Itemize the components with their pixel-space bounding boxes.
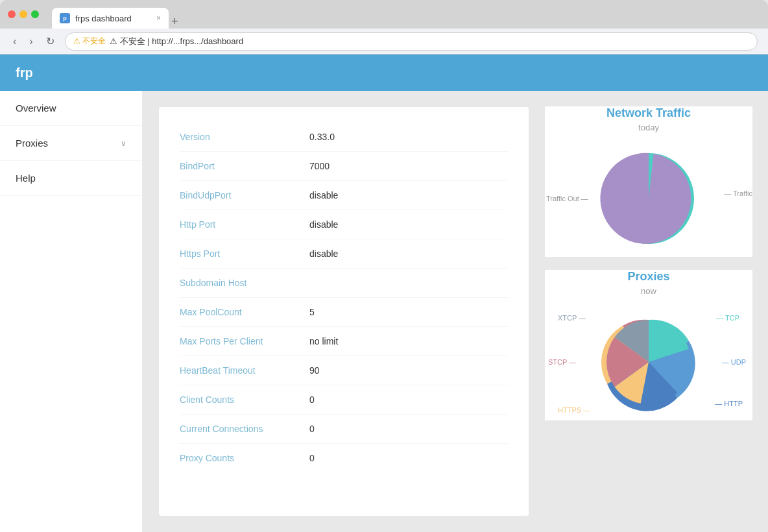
table-row: Version 0.33.0 [180,123,508,152]
browser-window: p frps dashboard × + ‹ › ↻ ⚠ 不安全 ⚠ 不安全 |… [0,0,768,532]
window-controls [8,10,39,18]
forward-button[interactable]: › [27,33,35,50]
sidebar-item-help[interactable]: Help [0,161,142,196]
table-row: Current Connections 0 [180,415,508,444]
field-label-maxpoolcount: Max PoolCount [180,307,309,317]
security-warning: ⚠ 不安全 [73,36,106,47]
field-value-httpport: disable [309,219,338,230]
field-value-currentconnections: 0 [309,424,315,434]
table-row: Https Port disable [180,239,508,269]
app-logo-title: frp [16,66,33,80]
back-button[interactable]: ‹ [10,33,19,50]
network-traffic-subtitle: today [545,123,752,132]
table-row: HeartBeat Timeout 90 [180,356,508,385]
field-value-heartbeattimeout: 90 [309,365,320,376]
field-label-heartbeattimeout: HeartBeat Timeout [180,365,309,376]
proxies-subtitle: now [545,286,752,296]
proxies-section: Proxies now [545,270,752,420]
field-value-bindport: 7000 [309,161,330,171]
refresh-button[interactable]: ↻ [43,32,57,50]
http-label: — HTTP [715,400,743,407]
field-value-bindudpport: disable [309,190,338,200]
traffic-in-label: — Traffic [724,189,752,197]
address-bar: ‹ › ↻ ⚠ 不安全 ⚠ 不安全 | http://...frps.../da… [0,29,768,54]
info-panel: Version 0.33.0 BindPort 7000 BindUdpPort… [158,106,529,516]
proxies-pie-svg-overlay [577,297,720,427]
tab-title: frps dashboard [75,14,132,23]
address-field[interactable]: ⚠ 不安全 ⚠ 不安全 | http://...frps.../dashboar… [65,32,758,51]
stcp-label: STCP — [548,358,576,366]
sidebar-overview-label: Overview [16,103,56,114]
new-tab-button[interactable]: + [171,15,178,29]
traffic-out-label: Traffic Out — [546,195,588,202]
tcp-label: — TCP [716,314,739,322]
proxies-chart: — TCP — UDP — HTTP HTTPS — STCP — XTCP — [545,304,752,420]
xtcp-label: XTCP — [558,314,586,322]
field-label-httpport: Http Port [180,219,309,230]
tab-favicon: p [60,13,70,23]
table-row: BindUdpPort disable [180,181,508,210]
charts-panel: Network Traffic today [545,106,752,516]
table-row: BindPort 7000 [180,152,508,181]
field-label-maxportsperclient: Max Ports Per Client [180,336,309,346]
active-tab[interactable]: p frps dashboard × [52,8,169,29]
field-value-maxportsperclient: no limit [309,336,338,346]
network-traffic-section: Network Traffic today [545,106,752,257]
table-row: Client Counts 0 [180,385,508,415]
udp-label: — UDP [722,358,746,366]
address-text: ⚠ 不安全 | http://...frps.../dashboard [110,36,243,47]
app-body: Overview Proxies ∨ Help Version 0.33.0 [0,91,768,532]
field-label-version: Version [180,132,309,142]
field-label-httpsport: Https Port [180,248,309,259]
field-value-clientcounts: 0 [309,394,315,405]
field-label-subdomainhost: Subdomain Host [180,278,309,288]
app-header: frp [0,54,768,91]
sidebar-item-proxies[interactable]: Proxies ∨ [0,126,142,161]
network-traffic-title: Network Traffic [545,106,752,120]
browser-titlebar: p frps dashboard × + [0,0,768,29]
chevron-down-icon: ∨ [121,139,126,148]
tab-favicon-letter: p [63,15,67,21]
tab-close-button[interactable]: × [156,14,161,23]
proxies-title: Proxies [545,270,752,284]
field-value-httpsport: disable [309,248,338,259]
sidebar-item-overview[interactable]: Overview [0,91,142,126]
https-label: HTTPS — [558,406,590,414]
main-content: Version 0.33.0 BindPort 7000 BindUdpPort… [143,91,768,532]
field-label-bindudpport: BindUdpPort [180,190,309,200]
field-value-maxpoolcount: 5 [309,307,315,317]
table-row: Subdomain Host [180,269,508,298]
network-traffic-chart: Traffic Out — — Traffic [545,140,752,257]
app-container: frp Overview Proxies ∨ Help [0,54,768,532]
table-row: Max Ports Per Client no limit [180,327,508,356]
sidebar-help-label: Help [16,173,36,184]
field-label-currentconnections: Current Connections [180,424,309,434]
table-row: Max PoolCount 5 [180,298,508,327]
traffic-pie-svg [584,147,714,250]
maximize-window-button[interactable] [31,10,39,18]
table-row: Proxy Counts 0 [180,444,508,472]
field-value-version: 0.33.0 [309,132,335,142]
tab-bar: p frps dashboard × + [52,0,760,29]
minimize-window-button[interactable] [19,10,27,18]
field-label-clientcounts: Client Counts [180,394,309,405]
field-label-proxycounts: Proxy Counts [180,453,309,463]
sidebar: Overview Proxies ∨ Help [0,91,143,532]
table-row: Http Port disable [180,210,508,239]
field-value-proxycounts: 0 [309,453,315,463]
close-window-button[interactable] [8,10,16,18]
field-label-bindport: BindPort [180,161,309,171]
sidebar-proxies-label: Proxies [16,138,48,149]
